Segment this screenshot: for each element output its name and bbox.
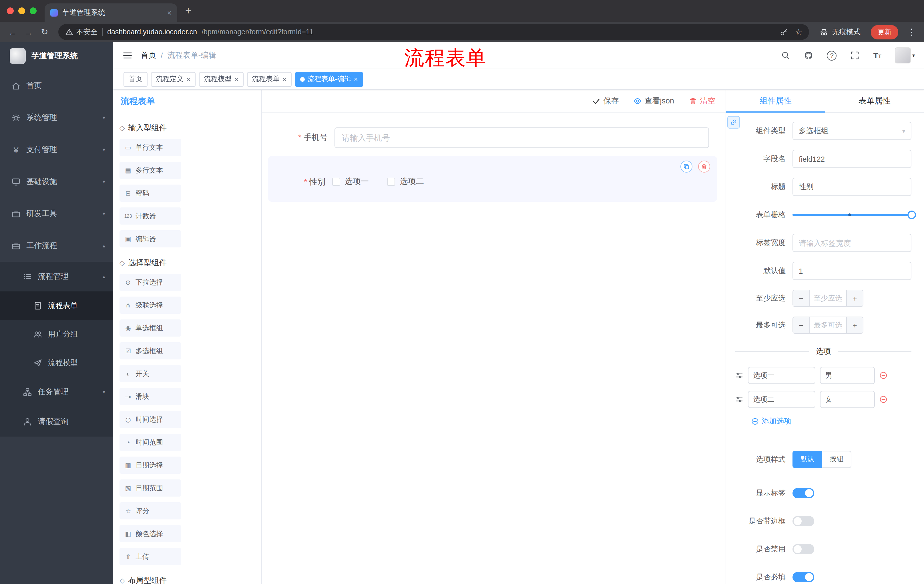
- address-bar[interactable]: 不安全 dashboard.yudao.iocoder.cn /bpm/mana…: [58, 24, 809, 40]
- sidebar-item-leave-query[interactable]: 请假查询: [0, 407, 113, 437]
- slider-handle[interactable]: [908, 211, 916, 219]
- tag-home[interactable]: 首页: [124, 72, 147, 87]
- sidebar-item-user-group[interactable]: 用户分组: [0, 320, 113, 349]
- sidebar-item-system[interactable]: 系统管理 ▾: [0, 102, 113, 134]
- tag-close-icon[interactable]: ×: [354, 75, 358, 83]
- tag-process-form-edit[interactable]: 流程表单-编辑 ×: [295, 72, 363, 87]
- sidebar-item-home[interactable]: 首页: [0, 70, 113, 102]
- clear-button[interactable]: 清空: [689, 96, 715, 106]
- tag-process-form[interactable]: 流程表单 ×: [247, 72, 292, 87]
- window-zoom-button[interactable]: [30, 7, 36, 14]
- security-status[interactable]: 不安全: [65, 27, 97, 37]
- sidebar-item-devtools[interactable]: 研发工具 ▾: [0, 198, 113, 230]
- remove-option-button[interactable]: [879, 395, 888, 403]
- option-value-input[interactable]: [820, 367, 875, 384]
- option-label-input[interactable]: [748, 367, 815, 384]
- tab-form-props[interactable]: 表单属性: [825, 90, 924, 112]
- palette-item-date-range[interactable]: ▧日期范围: [119, 479, 181, 497]
- back-button[interactable]: ←: [6, 27, 20, 37]
- sidebar-item-payment[interactable]: ¥ 支付管理 ▾: [0, 134, 113, 166]
- sidebar-item-process-form[interactable]: 流程表单: [0, 291, 113, 320]
- tag-close-icon[interactable]: ×: [234, 75, 238, 83]
- canvas-field-gender-selected[interactable]: 性别 选项一 选项二: [268, 156, 717, 202]
- browser-update-button[interactable]: 更新: [871, 25, 898, 39]
- github-icon[interactable]: [804, 51, 813, 60]
- stepper-minus-button[interactable]: −: [793, 317, 810, 333]
- password-key-icon[interactable]: [780, 28, 788, 36]
- field-name-input[interactable]: [792, 150, 911, 168]
- view-json-button[interactable]: 查看json: [634, 96, 674, 106]
- grid-slider[interactable]: [792, 206, 911, 224]
- tab-component-props[interactable]: 组件属性: [726, 90, 825, 112]
- sidebar-item-workflow[interactable]: 工作流程 ▴: [0, 230, 113, 262]
- option-value-input[interactable]: [820, 391, 875, 408]
- add-option-button[interactable]: 添加选项: [751, 416, 791, 426]
- tab-close-icon[interactable]: ×: [167, 8, 172, 17]
- tag-close-icon[interactable]: ×: [186, 75, 190, 83]
- link-badge[interactable]: [727, 116, 740, 128]
- window-close-button[interactable]: [7, 7, 14, 14]
- sidebar-item-infrastructure[interactable]: 基础设施 ▾: [0, 166, 113, 198]
- palette-item-counter[interactable]: 123计数器: [119, 207, 181, 225]
- gender-option-2[interactable]: 选项二: [388, 176, 424, 187]
- required-toggle[interactable]: [792, 572, 814, 582]
- stepper-plus-button[interactable]: +: [846, 290, 863, 306]
- fullscreen-icon[interactable]: [851, 51, 860, 60]
- style-button-button[interactable]: 按钮: [822, 451, 851, 468]
- palette-item-cascader[interactable]: ⋔级联选择: [119, 296, 181, 314]
- palette-item-time-picker[interactable]: ◷时间选择: [119, 411, 181, 428]
- drag-handle-icon[interactable]: [735, 395, 743, 403]
- palette-item-rate[interactable]: ☆评分: [119, 502, 181, 520]
- option-label-input[interactable]: [748, 391, 815, 408]
- hamburger-icon[interactable]: [122, 50, 133, 61]
- title-input[interactable]: [792, 178, 911, 196]
- default-value-input[interactable]: [792, 262, 911, 280]
- stepper-value[interactable]: 至少应选: [810, 290, 846, 306]
- stepper-minus-button[interactable]: −: [793, 290, 810, 306]
- stepper-plus-button[interactable]: +: [846, 317, 863, 333]
- copy-component-button[interactable]: [680, 161, 693, 173]
- border-toggle[interactable]: [792, 516, 814, 526]
- save-button[interactable]: 保存: [592, 96, 619, 106]
- disabled-toggle[interactable]: [792, 544, 814, 554]
- font-size-icon[interactable]: TT: [873, 51, 881, 60]
- palette-item-switch[interactable]: ◐开关: [119, 365, 181, 382]
- style-default-button[interactable]: 默认: [792, 451, 822, 468]
- browser-tab[interactable]: 芋道管理系统 ×: [45, 3, 177, 22]
- drag-handle-icon[interactable]: [735, 372, 743, 380]
- phone-input[interactable]: [335, 127, 709, 148]
- palette-item-slider[interactable]: ─●滑块: [119, 388, 181, 405]
- forward-button[interactable]: →: [22, 27, 35, 37]
- show-label-toggle[interactable]: [792, 488, 814, 498]
- browser-menu-icon[interactable]: ⋮: [905, 27, 918, 37]
- palette-item-editor[interactable]: ▣编辑器: [119, 230, 181, 247]
- palette-item-password[interactable]: ⊟密码: [119, 184, 181, 202]
- component-type-select[interactable]: 多选框组 ▾: [792, 122, 911, 140]
- breadcrumb-home[interactable]: 首页: [141, 50, 156, 61]
- new-tab-button[interactable]: +: [185, 5, 191, 17]
- sidebar-item-task-management[interactable]: 任务管理 ▾: [0, 377, 113, 407]
- bookmark-star-icon[interactable]: ☆: [795, 28, 802, 36]
- tag-close-icon[interactable]: ×: [282, 75, 287, 83]
- reload-button[interactable]: ↻: [38, 27, 51, 37]
- user-avatar[interactable]: [895, 48, 911, 63]
- search-icon[interactable]: [781, 51, 790, 60]
- palette-item-select[interactable]: ⊙下拉选择: [119, 274, 181, 291]
- remove-option-button[interactable]: [879, 372, 888, 380]
- palette-item-single-line-text[interactable]: ▭单行文本: [119, 139, 181, 156]
- palette-item-date-picker[interactable]: ▥日期选择: [119, 457, 181, 474]
- label-width-input[interactable]: [792, 234, 911, 252]
- tag-process-model[interactable]: 流程模型 ×: [199, 72, 244, 87]
- palette-item-time-range[interactable]: ◔时间范围: [119, 434, 181, 451]
- delete-component-button[interactable]: [698, 161, 710, 173]
- palette-item-multi-line-text[interactable]: ▤多行文本: [119, 162, 181, 179]
- window-minimize-button[interactable]: [18, 7, 25, 14]
- palette-item-checkbox-group[interactable]: ☑多选框组: [119, 342, 181, 359]
- sidebar-item-process-model[interactable]: 流程模型: [0, 349, 113, 377]
- help-icon[interactable]: ?: [827, 51, 837, 60]
- tag-process-definition[interactable]: 流程定义 ×: [151, 72, 196, 87]
- palette-item-color-picker[interactable]: ◧颜色选择: [119, 525, 181, 542]
- palette-item-radio-group[interactable]: ◉单选框组: [119, 319, 181, 337]
- canvas-field-phone[interactable]: 手机号: [271, 127, 709, 148]
- sidebar-item-process-management[interactable]: 流程管理 ▴: [0, 262, 113, 291]
